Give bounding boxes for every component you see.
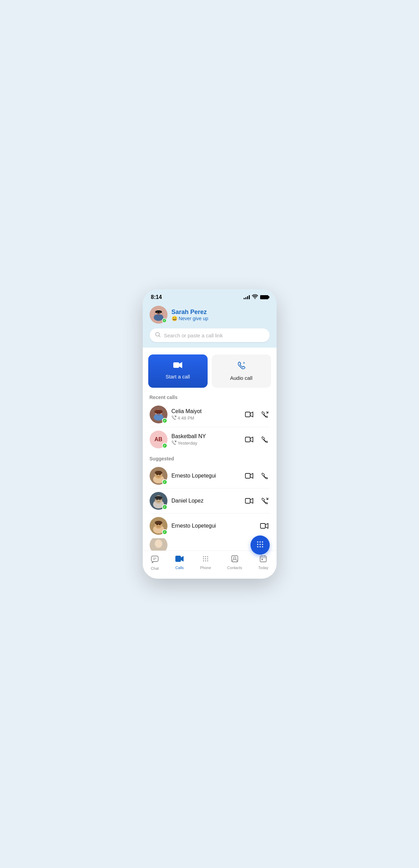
ernesto1-audio-call-button[interactable] — [260, 471, 270, 481]
nav-item-chat[interactable]: Chat — [147, 554, 163, 572]
chat-nav-label: Chat — [151, 566, 159, 570]
svg-point-5 — [156, 312, 158, 314]
phone-icon — [202, 555, 209, 565]
online-badge — [162, 318, 167, 323]
svg-point-29 — [156, 474, 158, 475]
basketball-time-row: Yesterday — [172, 440, 240, 446]
status-icons — [244, 294, 268, 300]
svg-point-60 — [259, 546, 261, 547]
svg-marker-50 — [265, 523, 268, 528]
phone-frame: 8:14 — [143, 289, 277, 579]
battery-icon — [260, 295, 268, 299]
dialpad-fab[interactable] — [251, 535, 270, 555]
nav-item-phone[interactable]: Phone — [196, 554, 215, 572]
status-time: 8:14 — [151, 294, 162, 300]
avatar[interactable] — [150, 306, 167, 324]
call-item-ernesto2: Ernesto Lopetegui — [143, 514, 277, 538]
wifi-icon — [252, 294, 258, 300]
nav-item-contacts[interactable]: Contacts — [223, 554, 246, 572]
svg-rect-19 — [245, 412, 250, 417]
ernesto2-online-badge — [162, 529, 167, 535]
svg-rect-23 — [245, 437, 250, 442]
ernesto1-avatar[interactable] — [150, 467, 167, 485]
calls-icon — [175, 555, 184, 565]
svg-rect-31 — [245, 473, 250, 478]
daniel-online-badge — [162, 504, 167, 510]
svg-rect-82 — [261, 559, 263, 560]
search-bar[interactable]: Search or paste a call link — [150, 328, 270, 342]
start-call-label: Start a call — [166, 374, 190, 379]
svg-point-70 — [203, 558, 204, 559]
ernesto1-info: Ernesto Lopetegui — [172, 473, 240, 479]
nav-item-today[interactable]: Today — [254, 554, 272, 572]
basketball-video-call-button[interactable] — [244, 435, 255, 444]
start-call-button[interactable]: Start a call — [148, 354, 208, 388]
signal-bars-icon — [244, 295, 250, 299]
status-bar: 8:14 — [143, 289, 277, 303]
svg-point-17 — [159, 412, 161, 414]
daniel-video-call-button[interactable] — [244, 496, 255, 505]
celia-online-badge — [162, 418, 167, 423]
svg-point-58 — [262, 544, 263, 545]
video-camera-icon — [173, 361, 183, 371]
svg-point-6 — [159, 312, 161, 314]
audio-call-button[interactable]: + Audio call — [212, 354, 271, 388]
svg-rect-40 — [245, 498, 250, 503]
svg-point-39 — [159, 499, 161, 500]
celia-time: 4:48 PM — [178, 415, 194, 421]
ernesto2-name: Ernesto Lopetegui — [172, 523, 255, 529]
celia-call-actions — [244, 410, 270, 419]
svg-point-57 — [259, 544, 261, 545]
daniel-info: Daniel Lopez — [172, 498, 240, 504]
contacts-nav-label: Contacts — [227, 566, 242, 570]
daniel-call-actions — [244, 496, 270, 506]
svg-point-15 — [154, 410, 163, 414]
bottom-nav: Chat Calls — [143, 551, 277, 579]
daniel-audio-call-button[interactable] — [260, 496, 270, 506]
today-icon — [259, 555, 267, 565]
celia-avatar[interactable] — [150, 406, 167, 423]
svg-rect-49 — [260, 523, 265, 528]
svg-point-61 — [262, 546, 263, 547]
call-item-ernesto1: Ernesto Lopetegui — [143, 463, 277, 488]
daniel-avatar[interactable] — [150, 492, 167, 510]
contacts-icon — [231, 555, 238, 565]
svg-point-59 — [257, 546, 258, 547]
svg-line-8 — [159, 336, 160, 337]
svg-point-47 — [156, 524, 158, 525]
svg-point-38 — [156, 499, 158, 500]
svg-point-74 — [205, 560, 206, 562]
svg-point-75 — [207, 560, 208, 562]
svg-point-54 — [259, 541, 261, 543]
svg-point-72 — [207, 558, 208, 559]
svg-marker-32 — [250, 473, 253, 478]
svg-point-30 — [159, 474, 161, 475]
chat-icon — [151, 555, 159, 565]
svg-point-52 — [155, 540, 162, 548]
celia-name: Celia Maiyot — [172, 408, 240, 414]
svg-point-28 — [155, 471, 162, 475]
ernesto2-avatar[interactable] — [150, 517, 167, 535]
nav-item-calls[interactable]: Calls — [171, 554, 188, 572]
ernesto2-info: Ernesto Lopetegui — [172, 523, 255, 529]
ernesto1-video-call-button[interactable] — [244, 471, 255, 480]
content-area: Start a call + Audio call Recent calls — [143, 348, 277, 551]
svg-rect-9 — [173, 362, 179, 368]
svg-point-46 — [155, 521, 162, 525]
dialpad-icon — [256, 541, 264, 550]
audio-call-label: Audio call — [230, 375, 252, 381]
svg-rect-37 — [154, 499, 163, 500]
suggested-label: Suggested — [143, 452, 277, 463]
svg-point-48 — [159, 524, 161, 525]
header: Sarah Perez 😀 Never give up Search or pa… — [143, 303, 277, 348]
svg-point-69 — [207, 556, 208, 557]
ernesto1-call-actions — [244, 471, 270, 481]
celia-video-call-button[interactable] — [244, 410, 255, 419]
ernesto2-video-call-button[interactable] — [259, 521, 270, 530]
incoming-call-icon — [172, 415, 176, 421]
basketball-audio-call-button[interactable] — [260, 435, 270, 444]
celia-audio-call-button[interactable] — [260, 410, 270, 419]
svg-point-55 — [262, 541, 263, 543]
basketball-avatar[interactable]: AB — [150, 431, 167, 448]
profile-row: Sarah Perez 😀 Never give up — [150, 306, 270, 324]
